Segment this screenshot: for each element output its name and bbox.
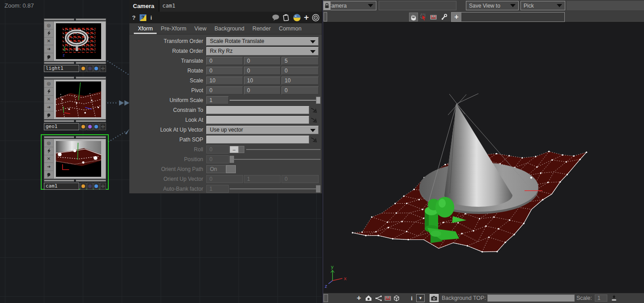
tab-xform[interactable]: Xform	[134, 24, 157, 34]
python-help-button[interactable]: ?	[140, 14, 146, 21]
display-flag-icon[interactable]: ◎	[44, 21, 53, 30]
orient-along-path-toggle-knob[interactable]	[226, 165, 236, 173]
parameter-dialog-header[interactable]: Camera cam1	[129, 0, 322, 12]
node-light1-name[interactable]: light1	[44, 65, 79, 72]
operator-picker-icon[interactable]	[309, 116, 318, 124]
node-cam1-top-connectors[interactable]	[44, 136, 106, 138]
select-cursor-icon[interactable]	[420, 13, 427, 21]
look-at-up-vector-menu[interactable]: Use up vector	[206, 126, 319, 134]
scale-z-field[interactable]: 10	[281, 77, 319, 85]
node-light1-viewer[interactable]: z	[54, 21, 106, 61]
uniform-scale-field[interactable]: 1	[206, 96, 229, 104]
vertical-scrollbar[interactable]	[324, 294, 328, 302]
rotate-z-field[interactable]: 0	[281, 67, 319, 75]
info-button[interactable]: i	[150, 14, 152, 21]
node-cam1-family-dots[interactable]: ✛	[80, 183, 106, 190]
path-sop-field[interactable]	[206, 136, 309, 144]
resize-eject-icon[interactable]	[610, 294, 618, 302]
position-field[interactable]: 0	[206, 155, 229, 163]
translate-y-field[interactable]: 0	[244, 57, 281, 65]
node-cam1-bottom-connectors[interactable]	[44, 179, 106, 182]
scale-x-field[interactable]: 10	[206, 77, 243, 85]
horizontal-scrollbar[interactable]	[324, 12, 327, 21]
target-icon[interactable]	[312, 14, 320, 21]
background-top-field[interactable]	[487, 294, 575, 302]
node-geo1-top-connectors[interactable]	[44, 77, 106, 79]
python-language-icon[interactable]	[293, 14, 301, 21]
comment-icon[interactable]	[272, 14, 280, 21]
render-flag-icon[interactable]	[44, 30, 53, 38]
display-options-menu-button[interactable]: ▼	[416, 294, 425, 302]
node-cam1-flags[interactable]: ◎ ✕ ➜	[44, 139, 54, 179]
node-geo1[interactable]: ◎ ✕ ➜	[44, 77, 106, 130]
pivot-z-field[interactable]: 0	[281, 86, 319, 94]
export-flag-icon[interactable]: ➜	[44, 45, 53, 53]
lock-icon[interactable]	[323, 1, 331, 10]
operator-picker-icon[interactable]	[309, 106, 318, 114]
rotate-x-field[interactable]: 0	[206, 67, 243, 75]
position-slider[interactable]	[230, 155, 320, 163]
camera-path-field[interactable]	[379, 1, 456, 10]
look-at-field[interactable]	[206, 116, 309, 124]
operator-name-field[interactable]: cam1	[159, 0, 322, 12]
constrain-to-field[interactable]	[206, 106, 309, 114]
comment-flag-icon[interactable]	[44, 171, 53, 179]
node-cam1-viewer[interactable]	[54, 139, 106, 179]
node-cam1-name[interactable]: cam1	[44, 183, 79, 190]
add-icon[interactable]: +	[355, 294, 363, 302]
scale-field[interactable]: 1	[595, 294, 607, 302]
cube-display-icon[interactable]	[392, 294, 401, 302]
comment-flag-icon[interactable]	[44, 53, 53, 61]
pick-menu[interactable]: Pick	[520, 1, 565, 10]
node-geo1-name[interactable]: geo1	[44, 123, 79, 130]
save-view-to-menu[interactable]: Save View to	[466, 1, 519, 10]
operator-picker-icon[interactable]	[309, 136, 318, 144]
transform-order-menu[interactable]: Scale Rotate Translate	[206, 37, 319, 46]
uniform-scale-slider[interactable]	[230, 96, 320, 104]
help-button[interactable]: ?	[132, 14, 136, 21]
translate-x-field[interactable]: 0	[206, 57, 243, 65]
render-flag-icon[interactable]	[44, 88, 53, 96]
auto-bank-slider[interactable]	[230, 185, 320, 193]
camera-selector-menu[interactable]: Camera	[324, 1, 376, 10]
node-geo1-viewer[interactable]	[54, 80, 106, 119]
orient-up-x-field[interactable]: 0	[206, 175, 243, 183]
home-view-icon[interactable]	[364, 294, 372, 302]
rotate-order-menu[interactable]: Rx Ry Rz	[206, 47, 319, 55]
plus-icon[interactable]: +	[452, 13, 461, 21]
node-geo1-bottom-connectors[interactable]	[44, 120, 106, 122]
render-flag-icon[interactable]	[44, 147, 53, 155]
fan-out-icon[interactable]	[374, 294, 382, 302]
tab-view[interactable]: View	[190, 24, 210, 34]
roll-expression-box[interactable]: –	[230, 146, 239, 153]
translate-z-field[interactable]: 5	[281, 57, 319, 65]
display-flag-icon[interactable]: ◎	[44, 80, 53, 88]
roll-field[interactable]: 0	[206, 145, 229, 154]
export-flag-icon[interactable]: ➜	[44, 163, 53, 171]
add-parameter-icon[interactable]: +	[304, 14, 309, 21]
tab-background[interactable]: Background	[210, 24, 248, 34]
bypass-flag-icon[interactable]: ✕	[44, 155, 53, 163]
keyboard-shortcut-icon[interactable]	[429, 13, 438, 21]
node-geo1-family-dots[interactable]: ✛	[80, 123, 106, 130]
bypass-flag-icon[interactable]: ✕	[44, 38, 53, 46]
pivot-x-field[interactable]: 0	[206, 86, 243, 94]
info-icon[interactable]: i	[408, 294, 416, 302]
node-light1[interactable]: ◎ ✕ ➜	[44, 18, 106, 72]
pan-hand-icon[interactable]	[409, 13, 418, 21]
geometry-viewport[interactable]: y x z	[323, 23, 644, 293]
node-geo1-flags[interactable]: ◎ ✕ ➜	[44, 80, 54, 119]
orient-along-path-toggle[interactable]: On	[206, 165, 226, 173]
copy-parameters-icon[interactable]	[283, 14, 290, 21]
add-view-field[interactable]: +	[451, 12, 565, 22]
pivot-y-field[interactable]: 0	[244, 86, 281, 94]
comment-flag-icon[interactable]	[44, 111, 53, 119]
display-flag-icon[interactable]: ◎	[44, 139, 53, 147]
auto-bank-field[interactable]: 1	[206, 185, 229, 193]
node-light1-flags[interactable]: ◎ ✕ ➜	[44, 21, 54, 61]
node-cam1[interactable]: ◎ ✕ ➜	[44, 136, 106, 190]
node-light1-bottom-connectors[interactable]	[44, 62, 106, 64]
tab-pre-xform[interactable]: Pre-Xform	[157, 24, 190, 34]
rotate-y-field[interactable]: 0	[244, 67, 281, 75]
export-flag-icon[interactable]: ➜	[44, 103, 53, 111]
